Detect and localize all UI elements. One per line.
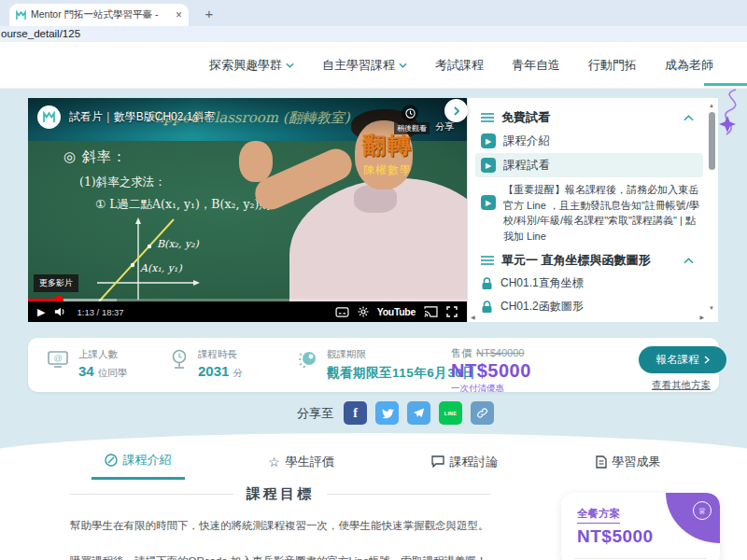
other-plans-link[interactable]: 查看其他方案 bbox=[652, 379, 711, 392]
plan-divider bbox=[574, 558, 707, 559]
tab-course-discussion[interactable]: 課程討論 bbox=[383, 446, 546, 480]
mentor-favicon-icon bbox=[16, 10, 26, 21]
original-price: NT$40000 bbox=[476, 347, 524, 358]
chevron-down-icon bbox=[286, 63, 294, 68]
price-note: 一次付清優惠 bbox=[451, 383, 531, 395]
article-title: 課程目標 bbox=[247, 485, 314, 503]
copy-link-button[interactable] bbox=[471, 401, 494, 425]
board-line-1: ◎ 斜率： bbox=[63, 148, 127, 166]
item-label: 課程介紹 bbox=[503, 133, 550, 149]
enroll-button[interactable]: 報名課程 bbox=[639, 346, 726, 373]
address-bar[interactable]: ourse_detail/125 bbox=[0, 26, 747, 42]
tab-learning-outcomes[interactable]: 學習成果 bbox=[546, 446, 710, 480]
sidebar-item-course-preview[interactable]: ▶ 課程試看 bbox=[475, 153, 703, 177]
chevron-down-icon bbox=[399, 63, 407, 68]
cast-icon[interactable] bbox=[424, 306, 438, 317]
chevron-up-icon[interactable] bbox=[684, 258, 694, 264]
price-label: 售價 bbox=[451, 347, 472, 358]
star-icon: ☆ bbox=[268, 455, 280, 469]
lock-icon bbox=[481, 277, 493, 290]
board-graph: B(x₂, y₂) A(x₁, y₁) bbox=[84, 217, 224, 301]
play-icon: ▶ bbox=[481, 195, 496, 210]
line-label: LINE bbox=[444, 411, 457, 416]
stat-value: 2031 分 bbox=[198, 363, 243, 380]
scroll-right-arrow[interactable]: ▶ bbox=[699, 314, 704, 320]
tab-title: Mentor 門拓一站式學習平臺 - bbox=[31, 8, 171, 21]
more-videos-chip[interactable]: 更多影片 bbox=[34, 274, 78, 292]
scroll-left-arrow[interactable]: ◀ bbox=[471, 314, 475, 320]
share-label: 分享至 bbox=[297, 405, 333, 422]
nav-item-self-learning[interactable]: 自主學習課程 bbox=[322, 57, 407, 74]
scroll-down-arrow[interactable]: ▼ bbox=[709, 305, 714, 311]
nav-item-explore[interactable]: 探索興趣學群 bbox=[209, 57, 294, 74]
time-display: 1:13 / 18:37 bbox=[77, 307, 123, 317]
decorative-doodle bbox=[710, 88, 747, 142]
subtitles-icon[interactable] bbox=[335, 307, 349, 317]
line-share-button[interactable]: LINE bbox=[439, 401, 462, 425]
board-line-2: (1)斜率之求法： bbox=[79, 175, 166, 190]
nav-item-exam-courses[interactable]: 考試課程 bbox=[435, 57, 484, 74]
new-tab-button[interactable]: + bbox=[200, 5, 218, 23]
nav-item-youth[interactable]: 青年自造 bbox=[512, 57, 560, 74]
channel-avatar[interactable] bbox=[37, 105, 61, 129]
point-b-label: B(x₂, y₂) bbox=[157, 238, 199, 250]
tab-student-reviews[interactable]: ☆ 學生評價 bbox=[219, 446, 383, 480]
fullscreen-icon[interactable] bbox=[446, 306, 458, 317]
sidebar-horizontal-scrollbar[interactable]: ◀ ▶ bbox=[470, 314, 705, 321]
viewing-period-icon bbox=[297, 348, 319, 371]
unit-1-section-header[interactable]: 單元一 直角坐標與函數圖形 bbox=[481, 249, 703, 272]
settings-gear-icon[interactable] bbox=[358, 306, 369, 317]
telegram-share-button[interactable] bbox=[407, 401, 430, 425]
sidebar-notice[interactable]: ▶ 【重要提醒】報名課程後，請務必加入東岳官方 Line ，且主動發訊息告知"註… bbox=[475, 182, 703, 244]
video-player[interactable]: Flipped Classroom (翻轉教室) ◎ 斜率： (1)斜率之求法：… bbox=[28, 98, 467, 322]
point-a-label: A(x₁, y₁) bbox=[140, 262, 182, 274]
play-button[interactable]: ▶ bbox=[37, 306, 45, 318]
stat-duration: 課程時長 2031 分 bbox=[168, 348, 243, 380]
article-paragraph-1: 幫助學生在有限的時間下，快速的將統測課程複習一次，使學生能快速掌握觀念與題型。 bbox=[70, 518, 490, 534]
browser-tab[interactable]: Mentor 門拓一站式學習平臺 - × bbox=[9, 4, 189, 26]
tab-label: 課程介紹 bbox=[123, 452, 172, 469]
board-line-3: ① L過二點A(x₁, y₁)，B(x₂, y₂)則 bbox=[95, 197, 271, 213]
notice-text: 【重要提醒】報名課程後，請務必加入東岳官方 Line ，且主動發訊息告知"註冊帳… bbox=[503, 182, 699, 244]
article-paragraph-2: 購買課程後，請掃下面的QRcode 加入東岳影音圖書的官方Line帳號，索取課程… bbox=[70, 553, 490, 560]
section-title: 單元一 直角坐標與函數圖形 bbox=[501, 252, 651, 269]
watermark-sub: 陳權數學 bbox=[362, 162, 413, 178]
twitter-share-button[interactable] bbox=[375, 401, 399, 425]
watch-later-label: 稍後觀看 bbox=[394, 122, 430, 134]
stat-students: @ 上課人數 34 位同學 bbox=[47, 348, 127, 380]
youtube-logo[interactable]: YouTube bbox=[377, 306, 416, 317]
plan-ribbon: ♕ bbox=[666, 493, 720, 543]
volume-icon[interactable] bbox=[54, 306, 67, 317]
channel-watermark: 翻轉 陳權數學 bbox=[362, 130, 413, 178]
browser-tab-bar: Mentor 門拓一站式學習平臺 - × + bbox=[0, 0, 747, 26]
video-top-overlay: 試看片｜數學B版CH02.1斜率 稍後觀看 分享 bbox=[28, 98, 467, 135]
chevron-up-icon[interactable] bbox=[684, 115, 694, 121]
price-label-row: 售價NT$40000 bbox=[451, 346, 531, 360]
sidebar-collapse-button[interactable] bbox=[444, 99, 468, 122]
nav-item-action[interactable]: 行動門拓 bbox=[588, 57, 637, 74]
lock-icon bbox=[481, 301, 493, 314]
watch-later-button[interactable] bbox=[402, 105, 418, 121]
video-title[interactable]: 試看片｜數學B版CH02.1斜率 bbox=[69, 109, 215, 125]
chapter-row[interactable]: CH01.1直角坐標 bbox=[481, 272, 703, 295]
share-row: 分享至 f LINE bbox=[297, 401, 494, 425]
current-price: NT$5000 bbox=[451, 360, 531, 382]
sidebar-item-course-intro[interactable]: ▶ 課程介紹 bbox=[475, 129, 703, 153]
tab-close-icon[interactable]: × bbox=[176, 9, 182, 21]
stat-label: 上課人數 bbox=[78, 348, 127, 361]
plan-card[interactable]: ♕ 全餐方案 NT$5000 bbox=[561, 493, 720, 560]
nav-label: 自主學習課程 bbox=[322, 57, 395, 74]
tab-course-intro[interactable]: 課程介紹 bbox=[56, 446, 219, 480]
facebook-share-button[interactable]: f bbox=[344, 401, 367, 425]
stat-value: 34 位同學 bbox=[78, 363, 127, 380]
nav-label: 行動門拓 bbox=[588, 57, 637, 74]
nav-item-become-teacher[interactable]: 成為老師 bbox=[665, 57, 713, 74]
video-share-button[interactable]: 分享 bbox=[435, 120, 454, 133]
play-icon: ▶ bbox=[481, 133, 496, 148]
nav-label: 成為老師 bbox=[665, 57, 713, 74]
content-tabs: 課程介紹 ☆ 學生評價 課程討論 學習成果 bbox=[56, 446, 710, 480]
arrow-right-icon bbox=[704, 356, 710, 364]
plan-name[interactable]: 全餐方案 bbox=[577, 507, 620, 524]
free-preview-section-header[interactable]: 免費試看 bbox=[481, 106, 703, 129]
tab-label: 學生評價 bbox=[286, 454, 334, 470]
